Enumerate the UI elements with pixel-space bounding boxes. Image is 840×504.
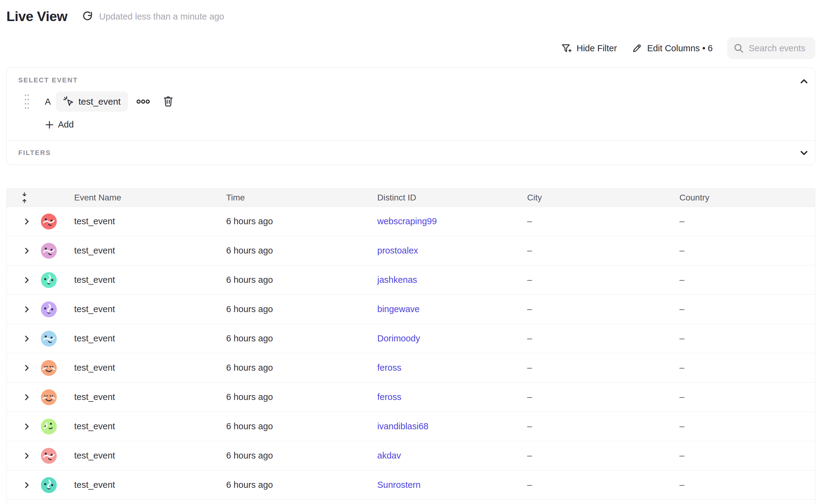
expand-row-button[interactable] xyxy=(24,363,31,373)
avatar[interactable] xyxy=(41,302,57,317)
event-name-cell: test_event xyxy=(74,480,226,490)
events-table: Event Name Time Distinct ID City Country xyxy=(6,188,815,504)
time-cell: 6 hours ago xyxy=(226,480,377,490)
column-header-time: Time xyxy=(226,193,377,202)
event-name-cell: test_event xyxy=(74,216,226,227)
city-cell: – xyxy=(527,451,680,461)
table-body: test_event 6 hours ago webscraping99 – – xyxy=(7,207,815,500)
avatar[interactable] xyxy=(41,214,57,230)
collapse-rows-icon xyxy=(20,192,29,204)
event-name-cell: test_event xyxy=(74,392,226,402)
city-cell: – xyxy=(527,304,680,314)
expand-row-button[interactable] xyxy=(24,334,31,343)
time-cell: 6 hours ago xyxy=(226,304,377,314)
select-event-label: SELECT EVENT xyxy=(18,76,78,84)
distinct-id-link[interactable]: webscraping99 xyxy=(377,216,437,226)
country-cell: – xyxy=(680,451,815,461)
expand-row-button[interactable] xyxy=(24,451,31,461)
event-name-cell: test_event xyxy=(74,451,226,461)
city-cell: – xyxy=(527,392,680,402)
column-header-country: Country xyxy=(680,193,815,202)
country-cell: – xyxy=(680,480,815,490)
select-event-section: SELECT EVENT A test_event xyxy=(7,68,815,141)
trash-icon xyxy=(162,95,174,108)
expand-row-button[interactable] xyxy=(24,421,31,431)
expand-row-button[interactable] xyxy=(24,392,31,402)
expand-row-button[interactable] xyxy=(24,275,31,285)
table-row: test_event 6 hours ago webscraping99 – – xyxy=(7,207,815,236)
country-cell: – xyxy=(680,363,815,373)
add-event-button[interactable]: Add xyxy=(45,120,74,130)
chevron-right-icon xyxy=(24,481,30,489)
time-cell: 6 hours ago xyxy=(226,216,377,227)
avatar[interactable] xyxy=(41,331,57,346)
query-builder-card: SELECT EVENT A test_event xyxy=(6,68,815,165)
chevron-up-icon xyxy=(799,76,809,87)
event-selector-chip[interactable]: test_event xyxy=(56,91,128,112)
city-cell: – xyxy=(527,421,680,431)
event-name-cell: test_event xyxy=(74,275,226,285)
filters-section: FILTERS xyxy=(7,140,815,165)
distinct-id-link[interactable]: Dorimoody xyxy=(377,334,420,343)
chevron-right-icon xyxy=(24,364,30,372)
more-options-button[interactable] xyxy=(136,98,150,105)
country-cell: – xyxy=(680,275,815,285)
event-clause-row: A test_event xyxy=(24,91,174,112)
table-row: test_event 6 hours ago Dorimoody – – xyxy=(7,324,815,353)
avatar[interactable] xyxy=(41,477,57,493)
table-row: test_event 6 hours ago Sunrostern – – xyxy=(7,470,815,500)
distinct-id-link[interactable]: bingewave xyxy=(377,304,420,314)
updated-status: Updated less than a minute ago xyxy=(99,12,224,22)
delete-event-button[interactable] xyxy=(162,95,174,108)
city-cell: – xyxy=(527,275,680,285)
expand-row-button[interactable] xyxy=(24,305,31,314)
pencil-icon xyxy=(631,43,643,54)
city-cell: – xyxy=(527,334,680,343)
collapse-rows-button[interactable] xyxy=(20,192,29,204)
column-header-city: City xyxy=(527,193,680,202)
time-cell: 6 hours ago xyxy=(226,334,377,343)
distinct-id-link[interactable]: feross xyxy=(377,363,401,373)
distinct-id-link[interactable]: akdav xyxy=(377,451,401,461)
time-cell: 6 hours ago xyxy=(226,451,377,461)
table-row: test_event 6 hours ago jashkenas – – xyxy=(7,266,815,295)
event-chip-label: test_event xyxy=(78,96,121,107)
time-cell: 6 hours ago xyxy=(226,392,377,402)
avatar[interactable] xyxy=(41,389,57,405)
chevron-right-icon xyxy=(24,276,30,284)
toolbar: Hide Filter Edit Columns • 6 xyxy=(561,37,815,59)
table-row: test_event 6 hours ago ivandiblasi68 – – xyxy=(7,412,815,441)
refresh-icon xyxy=(82,11,93,22)
expand-filters-button[interactable] xyxy=(799,147,809,158)
city-cell: – xyxy=(527,480,680,490)
distinct-id-link[interactable]: ivandiblasi68 xyxy=(377,421,428,431)
edit-columns-button[interactable]: Edit Columns • 6 xyxy=(631,43,713,54)
drag-handle[interactable] xyxy=(24,92,30,111)
expand-row-button[interactable] xyxy=(24,217,31,227)
chevron-right-icon xyxy=(24,217,30,226)
avatar[interactable] xyxy=(41,272,57,288)
event-name-cell: test_event xyxy=(74,246,226,256)
expand-row-button[interactable] xyxy=(24,480,31,490)
avatar[interactable] xyxy=(41,360,57,376)
search-box[interactable] xyxy=(728,37,815,59)
event-name-cell: test_event xyxy=(74,363,226,373)
search-events-input[interactable] xyxy=(749,43,810,53)
distinct-id-link[interactable]: prostoalex xyxy=(377,246,418,255)
city-cell: – xyxy=(527,363,680,373)
distinct-id-link[interactable]: jashkenas xyxy=(377,275,417,285)
chevron-down-icon xyxy=(799,147,809,158)
distinct-id-link[interactable]: Sunrostern xyxy=(377,480,421,490)
time-cell: 6 hours ago xyxy=(226,246,377,256)
table-row: test_event 6 hours ago feross – – xyxy=(7,353,815,382)
refresh-button[interactable] xyxy=(82,11,94,22)
avatar[interactable] xyxy=(41,243,57,259)
avatar[interactable] xyxy=(41,448,57,464)
expand-row-button[interactable] xyxy=(24,246,31,256)
add-event-label: Add xyxy=(58,120,74,130)
hide-filter-button[interactable]: Hide Filter xyxy=(561,43,617,54)
avatar[interactable] xyxy=(41,418,57,434)
distinct-id-link[interactable]: feross xyxy=(377,392,401,402)
cursor-click-icon xyxy=(63,96,74,107)
collapse-select-event-button[interactable] xyxy=(799,76,809,87)
